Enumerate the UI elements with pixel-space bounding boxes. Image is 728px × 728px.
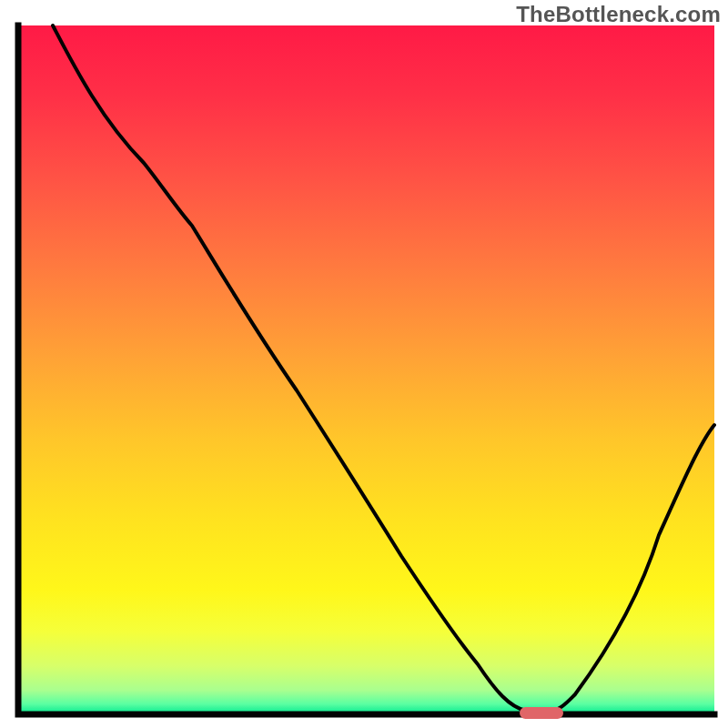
optimal-marker <box>520 707 563 719</box>
watermark-text: TheBottleneck.com <box>516 2 721 27</box>
bottleneck-chart-svg <box>0 0 728 728</box>
gradient-background <box>18 25 714 714</box>
chart-stage: TheBottleneck.com <box>0 0 728 728</box>
